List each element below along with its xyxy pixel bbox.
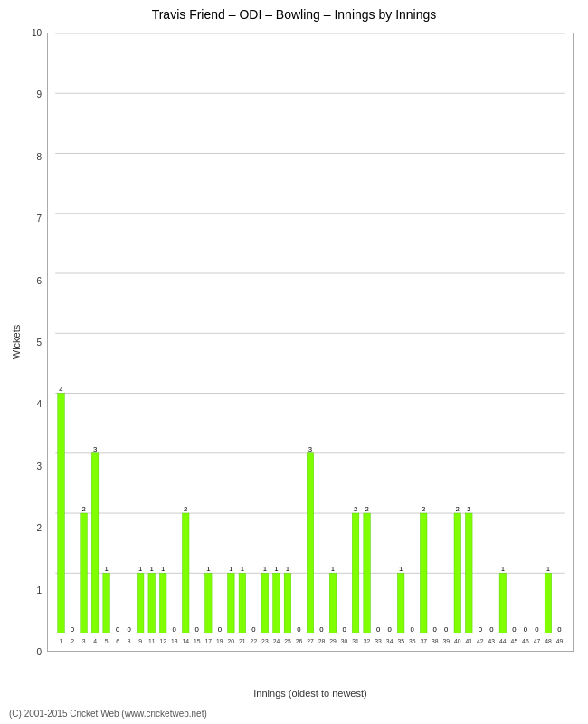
svg-rect-94 [420, 513, 427, 634]
svg-text:0: 0 [71, 625, 75, 634]
svg-text:0: 0 [512, 625, 517, 634]
svg-text:44: 44 [499, 638, 507, 644]
svg-text:1: 1 [229, 565, 232, 573]
svg-text:49: 49 [556, 638, 564, 644]
svg-text:0: 0 [433, 625, 438, 634]
svg-text:0: 0 [297, 625, 301, 634]
svg-text:0: 0 [387, 625, 392, 634]
svg-text:15: 15 [194, 638, 201, 644]
svg-text:32: 32 [364, 638, 371, 644]
svg-text:27: 27 [307, 638, 314, 644]
svg-text:40: 40 [454, 638, 461, 644]
svg-text:13: 13 [171, 638, 178, 644]
chart-area: 4102233415060819111112013214015117019120… [47, 33, 574, 652]
svg-rect-29 [137, 573, 144, 633]
svg-text:3: 3 [308, 445, 312, 453]
svg-text:5: 5 [105, 638, 109, 644]
svg-text:1: 1 [399, 565, 403, 573]
svg-text:24: 24 [273, 638, 280, 644]
svg-text:1: 1 [331, 565, 335, 573]
svg-text:0: 0 [342, 625, 346, 634]
svg-text:41: 41 [466, 638, 473, 644]
svg-text:33: 33 [375, 638, 382, 644]
svg-rect-89 [397, 573, 404, 633]
svg-rect-104 [466, 513, 473, 634]
svg-text:1: 1 [286, 565, 289, 573]
svg-text:0: 0 [218, 625, 223, 634]
svg-text:2: 2 [71, 638, 74, 644]
svg-text:17: 17 [205, 638, 213, 644]
svg-text:19: 19 [216, 638, 223, 644]
svg-text:36: 36 [409, 638, 416, 644]
svg-rect-40 [183, 513, 190, 634]
svg-text:2: 2 [422, 505, 425, 513]
svg-text:1: 1 [241, 565, 244, 573]
svg-text:0: 0 [535, 625, 539, 634]
svg-text:45: 45 [511, 638, 518, 644]
svg-text:14: 14 [182, 638, 189, 644]
svg-rect-32 [148, 573, 156, 633]
svg-text:0: 0 [251, 625, 256, 634]
chart-title: Travis Friend – ODI – Bowling – Innings … [0, 0, 588, 22]
svg-text:0: 0 [411, 625, 415, 634]
svg-text:1: 1 [104, 565, 108, 573]
svg-text:1: 1 [206, 565, 210, 573]
svg-text:1: 1 [263, 565, 267, 573]
svg-text:28: 28 [318, 638, 326, 644]
svg-text:4: 4 [93, 638, 97, 644]
svg-text:39: 39 [442, 638, 450, 644]
svg-text:0: 0 [479, 625, 483, 634]
svg-rect-111 [499, 573, 507, 633]
svg-text:31: 31 [352, 638, 359, 644]
svg-rect-22 [103, 573, 110, 633]
svg-rect-45 [205, 573, 213, 633]
svg-text:46: 46 [522, 638, 529, 644]
svg-text:34: 34 [386, 638, 394, 644]
svg-rect-50 [228, 573, 235, 633]
svg-text:47: 47 [534, 638, 541, 644]
svg-rect-64 [284, 573, 291, 633]
svg-text:1: 1 [546, 565, 550, 573]
svg-rect-58 [261, 573, 269, 633]
chart-container: Travis Friend – ODI – Bowling – Innings … [0, 0, 588, 724]
svg-text:0: 0 [319, 625, 324, 634]
svg-text:43: 43 [488, 638, 496, 644]
svg-text:3: 3 [82, 638, 86, 644]
svg-text:8: 8 [128, 638, 131, 644]
svg-rect-74 [329, 573, 337, 633]
svg-text:1: 1 [60, 638, 63, 644]
svg-rect-19 [91, 453, 99, 634]
svg-text:1: 1 [274, 565, 278, 573]
svg-text:0: 0 [524, 625, 528, 634]
svg-text:20: 20 [228, 638, 235, 644]
svg-text:0: 0 [444, 625, 449, 634]
svg-text:6: 6 [116, 638, 119, 644]
svg-text:0: 0 [489, 625, 494, 634]
svg-rect-69 [307, 453, 314, 634]
svg-rect-120 [545, 573, 552, 633]
svg-text:38: 38 [432, 638, 439, 644]
y-axis-label: Wickets [11, 325, 22, 360]
svg-rect-61 [273, 573, 280, 633]
svg-rect-16 [81, 513, 88, 634]
svg-text:2: 2 [456, 505, 460, 513]
svg-text:23: 23 [261, 638, 269, 644]
svg-text:11: 11 [148, 638, 156, 644]
svg-text:1: 1 [138, 565, 142, 573]
bars-svg: 4102233415060819111112013214015117019120… [48, 33, 573, 651]
svg-text:1: 1 [161, 565, 165, 573]
svg-text:29: 29 [329, 638, 337, 644]
svg-text:0: 0 [127, 625, 131, 634]
svg-rect-53 [239, 573, 246, 633]
svg-text:12: 12 [159, 638, 166, 644]
x-axis-label: Innings (oldest to newest) [47, 688, 574, 699]
svg-text:2: 2 [184, 505, 187, 513]
svg-text:37: 37 [420, 638, 427, 644]
svg-text:3: 3 [93, 445, 97, 453]
svg-text:9: 9 [138, 638, 142, 644]
svg-rect-79 [352, 513, 359, 634]
svg-text:1: 1 [501, 565, 505, 573]
svg-rect-11 [58, 394, 65, 634]
svg-text:2: 2 [354, 505, 357, 513]
svg-text:48: 48 [545, 638, 552, 644]
